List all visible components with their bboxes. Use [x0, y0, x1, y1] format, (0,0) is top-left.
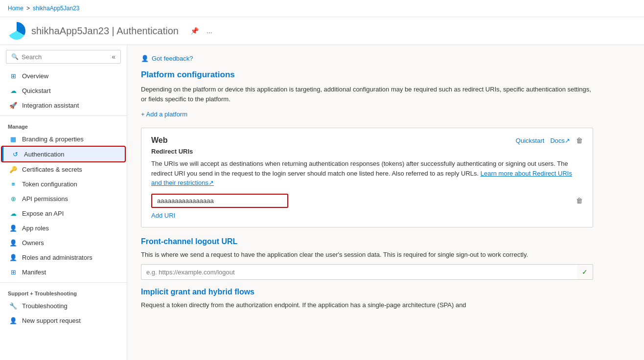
web-card: Web Quickstart Docs↗ 🗑 Redirect URIs The…	[141, 128, 593, 227]
check-icon: ✓	[577, 265, 593, 279]
branding-icon: ▦	[9, 135, 17, 143]
sidebar: 🔍 « ⊞ Overview ☁ Quickstart 🚀 Integratio…	[0, 45, 127, 360]
main-layout: 🔍 « ⊞ Overview ☁ Quickstart 🚀 Integratio…	[0, 45, 644, 360]
sidebar-label-rolesadmin: Roles and administrators	[22, 254, 92, 261]
manifest-icon: ⊞	[9, 268, 17, 276]
uri-description: The URIs we will accept as destinations …	[151, 159, 583, 188]
search-icon: 🔍	[11, 53, 19, 60]
more-icon[interactable]: ...	[205, 26, 214, 36]
logout-url-input[interactable]	[141, 265, 577, 279]
search-input[interactable]	[22, 53, 109, 61]
integration-icon: 🚀	[9, 101, 17, 109]
main-content: 👤 Got feedback? Platform configurations …	[127, 45, 644, 360]
add-platform-label: + Add a platform	[141, 111, 187, 118]
sidebar-item-exposeanapi[interactable]: ☁ Expose an API	[0, 206, 127, 221]
sidebar-item-certificates[interactable]: 🔑 Certificates & secrets	[0, 162, 127, 177]
sidebar-label-tokenconfig: Token configuration	[22, 180, 77, 188]
app-title: shikhaApp5Jan23 | Authentication	[31, 25, 179, 37]
sidebar-item-owners[interactable]: 👤 Owners	[0, 235, 127, 250]
feedback-icon: 👤	[141, 55, 149, 62]
sidebar-item-quickstart[interactable]: ☁ Quickstart	[0, 83, 127, 98]
sidebar-label-certificates: Certificates & secrets	[22, 166, 82, 173]
sidebar-item-integration[interactable]: 🚀 Integration assistant	[0, 98, 127, 112]
add-uri-button[interactable]: Add URI	[151, 212, 583, 219]
web-card-title: Web	[151, 136, 167, 145]
collapse-button[interactable]: «	[112, 53, 115, 61]
docs-link[interactable]: Docs↗	[550, 137, 570, 144]
sidebar-item-branding[interactable]: ▦ Branding & properties	[0, 132, 127, 146]
app-name: shikhaApp5Jan23	[31, 25, 109, 36]
troubleshooting-icon: 🔧	[9, 302, 17, 310]
platform-config-title: Platform configurations	[141, 70, 593, 80]
feedback-bar[interactable]: 👤 Got feedback?	[141, 55, 593, 62]
logout-input-row: ✓	[141, 264, 593, 280]
rolesadmin-icon: 👤	[9, 253, 17, 261]
add-platform-button[interactable]: + Add a platform	[141, 111, 593, 118]
feedback-label: Got feedback?	[152, 55, 193, 62]
divider-2	[0, 282, 127, 283]
sidebar-item-overview[interactable]: ⊞ Overview	[0, 68, 127, 83]
sidebar-label-integration: Integration assistant	[22, 102, 79, 109]
apipermissions-icon: ⊕	[9, 195, 17, 202]
sidebar-item-troubleshooting[interactable]: 🔧 Troubleshooting	[0, 298, 127, 313]
breadcrumb-separator: >	[26, 5, 30, 12]
web-card-header: Web Quickstart Docs↗ 🗑	[151, 136, 583, 145]
platform-config-desc: Depending on the platform or device this…	[141, 85, 593, 104]
support-section-label: Support + Troubleshooting	[0, 286, 127, 298]
app-icon	[8, 22, 25, 40]
web-card-actions: Quickstart Docs↗ 🗑	[516, 136, 583, 144]
app-header: shikhaApp5Jan23 | Authentication 📌 ...	[0, 17, 644, 45]
sidebar-item-rolesadmin[interactable]: 👤 Roles and administrators	[0, 250, 127, 265]
exposeanapi-icon: ☁	[9, 209, 17, 217]
breadcrumb-home[interactable]: Home	[8, 5, 23, 12]
sidebar-label-newsupport: New support request	[22, 317, 81, 324]
sidebar-label-manifest: Manifest	[22, 269, 46, 276]
implicit-desc: Request a token directly from the author…	[141, 300, 593, 310]
uri-input-field[interactable]	[151, 194, 288, 208]
certificates-icon: 🔑	[9, 165, 17, 173]
tokenconfig-icon: ≡	[9, 180, 17, 188]
front-channel-title: Front-channel logout URL	[141, 237, 593, 246]
sidebar-label-approles: App roles	[22, 225, 49, 232]
redirect-uris-subtitle: Redirect URIs	[151, 148, 583, 155]
content-inner: 👤 Got feedback? Platform configurations …	[127, 45, 607, 320]
authentication-icon: ↺	[11, 150, 19, 158]
sidebar-item-newsupport[interactable]: 👤 New support request	[0, 313, 127, 328]
implicit-title: Implicit grant and hybrid flows	[141, 288, 593, 296]
newsupport-icon: 👤	[9, 316, 17, 324]
sidebar-item-tokenconfig[interactable]: ≡ Token configuration	[0, 177, 127, 191]
header-icons: 📌 ...	[188, 26, 214, 36]
breadcrumb: Home > shikhaApp5Jan23	[0, 0, 644, 17]
sidebar-label-owners: Owners	[22, 239, 44, 247]
sidebar-label-quickstart: Quickstart	[22, 87, 51, 94]
sidebar-label-branding: Branding & properties	[22, 135, 84, 143]
breadcrumb-app[interactable]: shikhaApp5Jan23	[33, 5, 79, 12]
pin-icon[interactable]: 📌	[188, 26, 201, 36]
quickstart-icon: ☁	[9, 87, 17, 94]
manage-section-label: Manage	[0, 119, 127, 132]
sidebar-label-overview: Overview	[22, 72, 48, 80]
owners-icon: 👤	[9, 239, 17, 247]
delete-uri-button[interactable]: 🗑	[576, 197, 583, 204]
sidebar-item-authentication[interactable]: ↺ Authentication	[2, 147, 125, 161]
delete-web-card-button[interactable]: 🗑	[576, 136, 583, 144]
header-separator: |	[112, 25, 117, 36]
sidebar-item-apipermissions[interactable]: ⊕ API permissions	[0, 191, 127, 206]
sidebar-label-troubleshooting: Troubleshooting	[22, 302, 68, 310]
overview-icon: ⊞	[9, 72, 17, 80]
search-container: 🔍 «	[6, 50, 121, 64]
page-name: Authentication	[116, 25, 179, 36]
uri-input-row: 🗑	[151, 194, 583, 208]
sidebar-label-authentication: Authentication	[24, 151, 64, 158]
sidebar-item-approles[interactable]: 👤 App roles	[0, 221, 127, 235]
approles-icon: 👤	[9, 224, 17, 232]
logout-desc: This is where we send a request to have …	[141, 250, 593, 260]
sidebar-item-manifest[interactable]: ⊞ Manifest	[0, 265, 127, 279]
sidebar-label-apipermissions: API permissions	[22, 195, 68, 202]
quickstart-link[interactable]: Quickstart	[516, 137, 545, 144]
sidebar-label-exposeanapi: Expose an API	[22, 210, 64, 217]
divider-1	[0, 115, 127, 116]
